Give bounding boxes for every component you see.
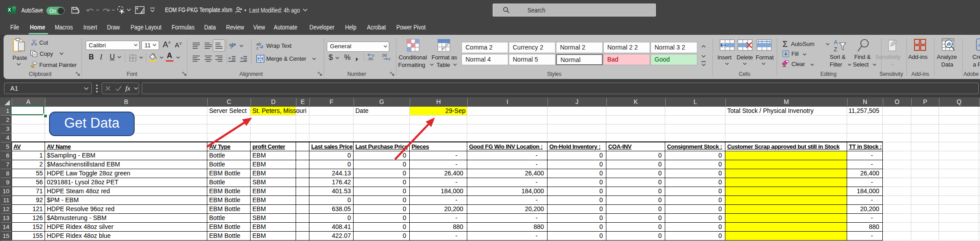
svg-text:A: A: [834, 39, 838, 46]
svg-text:ab: ab: [229, 42, 235, 47]
svg-text:0: 0: [372, 54, 374, 58]
svg-text:.00: .00: [381, 53, 387, 58]
svg-text:X: X: [8, 7, 11, 12]
svg-text:Z: Z: [834, 46, 837, 53]
svg-text:c: c: [256, 46, 259, 50]
svg-text:0: 0: [388, 57, 390, 61]
